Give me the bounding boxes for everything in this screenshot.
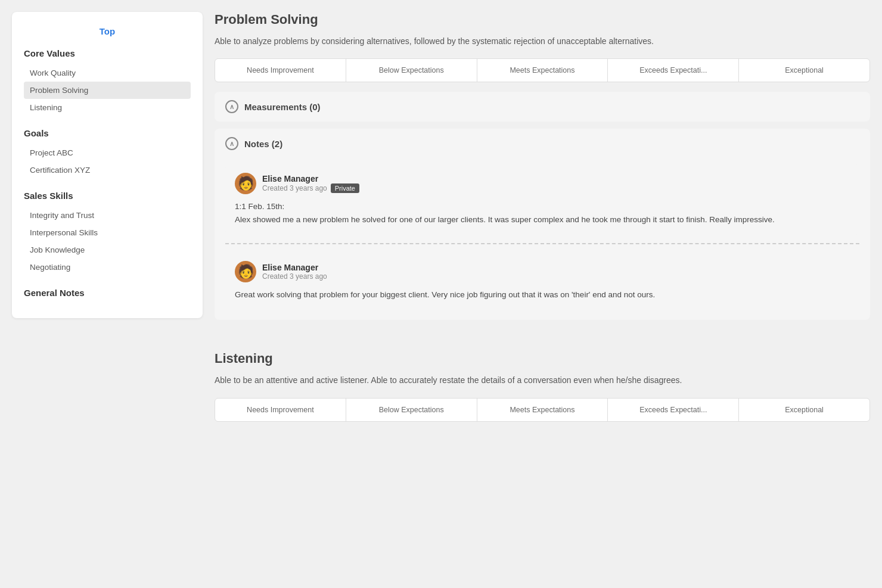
notes-header[interactable]: ∧ Notes (2)	[215, 129, 870, 158]
sidebar-item-work-quality[interactable]: Work Quality	[24, 64, 191, 82]
measurements-chevron-icon: ∧	[225, 100, 238, 113]
rating-needs-improvement[interactable]: Needs Improvement	[215, 59, 346, 82]
notes-body: 🧑 Elise Manager Created 3 years ago Priv…	[215, 158, 870, 320]
note-2-header: 🧑 Elise Manager Created 3 years ago	[235, 261, 850, 282]
note-1-text: 1:1 Feb. 15th: Alex showed me a new prob…	[235, 200, 850, 226]
rating-below-expectations[interactable]: Below Expectations	[346, 59, 477, 82]
note-2-text: Great work solving that problem for your…	[235, 288, 850, 301]
notes-section: ∧ Notes (2) 🧑 Elise Manager	[215, 129, 870, 320]
sidebar-item-listening[interactable]: Listening	[24, 99, 191, 116]
problem-solving-section: Problem Solving Able to analyze problems…	[215, 12, 870, 327]
sidebar-section-core-values: Core Values	[24, 48, 191, 58]
note-2-created: Created 3 years ago	[262, 272, 327, 281]
note-entry-1: 🧑 Elise Manager Created 3 years ago Priv…	[225, 164, 859, 234]
note-1-avatar: 🧑	[235, 173, 256, 194]
measurements-header[interactable]: ∧ Measurements (0)	[215, 92, 870, 122]
listening-title: Listening	[215, 351, 870, 366]
sidebar-item-project-abc[interactable]: Project ABC	[24, 144, 191, 161]
note-1-header: 🧑 Elise Manager Created 3 years ago Priv…	[235, 173, 850, 194]
rating-exceeds-expectations[interactable]: Exceeds Expectati...	[608, 59, 739, 82]
sidebar-section-sales-skills: Sales Skills	[24, 191, 191, 201]
listening-rating-exceeds-expectations[interactable]: Exceeds Expectati...	[608, 399, 739, 421]
sidebar-item-negotiating[interactable]: Negotiating	[24, 259, 191, 276]
note-2-avatar: 🧑	[235, 261, 256, 282]
sidebar-top-label: Top	[24, 26, 191, 36]
listening-rating-needs-improvement[interactable]: Needs Improvement	[215, 399, 346, 421]
problem-solving-description: Able to analyze problems by considering …	[215, 35, 870, 48]
measurements-section: ∧ Measurements (0)	[215, 92, 870, 122]
note-1-avatar-emoji: 🧑	[238, 177, 254, 190]
note-2-meta: Elise Manager Created 3 years ago	[262, 263, 327, 281]
problem-solving-title: Problem Solving	[215, 12, 870, 27]
main-content: Problem Solving Able to analyze problems…	[215, 12, 870, 576]
problem-solving-rating-bar: Needs Improvement Below Expectations Mee…	[215, 58, 870, 82]
sidebar-section-general-notes: General Notes	[24, 288, 191, 298]
sidebar-item-certification-xyz[interactable]: Certification XYZ	[24, 161, 191, 179]
note-entry-2: 🧑 Elise Manager Created 3 years ago Grea…	[225, 253, 859, 310]
sidebar: Top Core Values Work Quality Problem Sol…	[12, 12, 203, 576]
measurements-label: Measurements (0)	[244, 102, 321, 112]
listening-rating-meets-expectations[interactable]: Meets Expectations	[477, 399, 608, 421]
rating-meets-expectations[interactable]: Meets Expectations	[477, 59, 608, 82]
listening-section: Listening Able to be an attentive and ac…	[215, 351, 870, 431]
listening-rating-exceptional[interactable]: Exceptional	[739, 399, 869, 421]
note-divider	[225, 243, 859, 244]
listening-description: Able to be an attentive and active liste…	[215, 374, 870, 387]
sidebar-section-goals: Goals	[24, 128, 191, 138]
sidebar-card: Top Core Values Work Quality Problem Sol…	[12, 12, 203, 318]
notes-chevron-icon: ∧	[225, 137, 238, 150]
sidebar-item-job-knowledge[interactable]: Job Knowledge	[24, 241, 191, 259]
listening-rating-below-expectations[interactable]: Below Expectations	[346, 399, 477, 421]
note-1-private-badge: Private	[331, 183, 359, 193]
note-2-author: Elise Manager	[262, 263, 327, 272]
rating-exceptional[interactable]: Exceptional	[739, 59, 869, 82]
notes-label: Notes (2)	[244, 139, 282, 149]
listening-rating-bar: Needs Improvement Below Expectations Mee…	[215, 398, 870, 422]
note-1-created: Created 3 years ago Private	[262, 183, 359, 193]
sidebar-item-integrity-and-trust[interactable]: Integrity and Trust	[24, 207, 191, 224]
note-1-author: Elise Manager	[262, 174, 359, 183]
sidebar-item-interpersonal-skills[interactable]: Interpersonal Skills	[24, 224, 191, 241]
note-2-avatar-emoji: 🧑	[238, 265, 254, 278]
note-1-meta: Elise Manager Created 3 years ago Privat…	[262, 174, 359, 193]
sidebar-item-problem-solving[interactable]: Problem Solving	[24, 82, 191, 99]
